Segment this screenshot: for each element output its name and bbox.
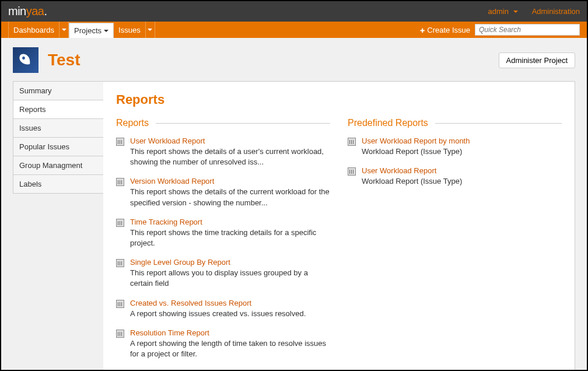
nav-label: Dashboards xyxy=(13,26,54,34)
predefined-list: User Workload Report by monthWorkload Re… xyxy=(348,136,562,187)
project-title: Test xyxy=(48,51,80,69)
report-text: User Workload Report by monthWorkload Re… xyxy=(362,136,562,157)
admin-link[interactable]: admin xyxy=(488,7,509,16)
report-item: Time Tracking ReportThis report shows th… xyxy=(116,218,330,249)
chart-icon xyxy=(348,138,356,146)
chart-icon xyxy=(348,167,356,176)
reports-column: Reports User Workload ReportThis report … xyxy=(116,118,330,371)
chevron-down-icon[interactable] xyxy=(513,10,518,13)
content: Test Administer Project SummaryReportsIs… xyxy=(1,38,587,371)
reports-list: User Workload ReportThis report shows th… xyxy=(116,136,330,371)
report-text: Version Workload ReportThis report shows… xyxy=(130,177,330,208)
nav-issues-dropdown[interactable] xyxy=(146,22,155,38)
administration-link[interactable]: Administration xyxy=(532,7,580,16)
chart-icon xyxy=(116,330,124,338)
create-issue-button[interactable]: Create Issue xyxy=(420,26,470,34)
top-right: admin Administration xyxy=(488,7,580,16)
report-item: User Workload Report by monthWorkload Re… xyxy=(348,136,562,157)
section-label: Reports xyxy=(116,118,149,128)
report-text: Time Tracking ReportThis report shows th… xyxy=(130,218,330,249)
report-description: This report shows the details of a user'… xyxy=(130,146,330,167)
report-item: Pie Chart ReportA report showing the iss… xyxy=(116,369,330,371)
predefined-column: Predefined Reports User Workload Report … xyxy=(348,118,562,371)
report-description: A report showing issues created vs. issu… xyxy=(130,309,330,319)
report-link[interactable]: Time Tracking Report xyxy=(130,218,202,226)
report-item: User Workload ReportWorkload Report (Iss… xyxy=(348,166,562,187)
create-issue-label: Create Issue xyxy=(427,26,470,34)
nav-projects[interactable]: Projects xyxy=(69,23,114,38)
report-link[interactable]: User Workload Report xyxy=(362,166,436,175)
report-description: This report allows you to display issues… xyxy=(130,268,330,289)
nav-left: Dashboards Projects Issues xyxy=(8,22,155,38)
report-text: User Workload ReportWorkload Report (Iss… xyxy=(362,166,562,187)
report-link[interactable]: Version Workload Report xyxy=(130,177,214,186)
report-link[interactable]: User Workload Report by month xyxy=(362,136,470,145)
logo-part2: yaa xyxy=(26,5,44,18)
main-columns: SummaryReportsIssuesPopular IssuesGroup … xyxy=(13,81,575,371)
report-item: User Workload ReportThis report shows th… xyxy=(116,136,330,167)
report-link[interactable]: Resolution Time Report xyxy=(130,328,209,337)
report-text: Pie Chart ReportA report showing the iss… xyxy=(130,369,330,371)
nav-label: Issues xyxy=(118,26,141,34)
divider xyxy=(523,7,527,16)
chevron-down-icon xyxy=(148,29,152,31)
report-description: Workload Report (Issue Type) xyxy=(362,146,562,157)
administer-project-button[interactable]: Administer Project xyxy=(499,52,575,68)
report-description: A report showing the length of time take… xyxy=(130,338,330,359)
plus-icon xyxy=(420,26,425,34)
nav-dashboards-dropdown[interactable] xyxy=(60,22,69,38)
section-heading-predefined: Predefined Reports xyxy=(348,118,562,128)
project-avatar[interactable] xyxy=(13,47,38,73)
report-text: User Workload ReportThis report shows th… xyxy=(130,136,330,167)
nav-dashboards[interactable]: Dashboards xyxy=(8,22,60,38)
panel-title: Reports xyxy=(116,92,562,107)
nav-bar: Dashboards Projects Issues Create Issue xyxy=(1,22,587,38)
main-panel: Reports Reports User Workload ReportThis… xyxy=(103,81,575,371)
report-columns: Reports User Workload ReportThis report … xyxy=(116,118,562,371)
chart-icon xyxy=(116,138,124,146)
nav-issues[interactable]: Issues xyxy=(114,22,146,38)
sidebar-item-reports[interactable]: Reports xyxy=(13,100,104,118)
sidebar-item-summary[interactable]: Summary xyxy=(13,81,104,100)
chart-icon xyxy=(116,300,124,308)
nav-label: Projects xyxy=(74,26,102,35)
report-text: Created vs. Resolved Issues ReportA repo… xyxy=(130,299,330,319)
sidebar-item-issues[interactable]: Issues xyxy=(13,118,104,137)
sidebar-item-group-managment[interactable]: Group Managment xyxy=(13,156,104,174)
report-link[interactable]: Pie Chart Report xyxy=(130,369,187,371)
report-description: This report shows the time tracking deta… xyxy=(130,228,330,249)
sidebar-item-labels[interactable]: Labels xyxy=(13,174,104,194)
report-item: Created vs. Resolved Issues ReportA repo… xyxy=(116,299,330,319)
project-header: Test Administer Project xyxy=(13,47,575,73)
sidebar: SummaryReportsIssuesPopular IssuesGroup … xyxy=(13,81,104,371)
report-item: Single Level Group By ReportThis report … xyxy=(116,258,330,289)
nav-right: Create Issue xyxy=(420,22,580,38)
chevron-down-icon xyxy=(62,29,66,31)
sidebar-item-popular-issues[interactable]: Popular Issues xyxy=(13,137,104,156)
report-text: Single Level Group By ReportThis report … xyxy=(130,258,330,289)
report-link[interactable]: User Workload Report xyxy=(130,136,205,145)
report-item: Resolution Time ReportA report showing t… xyxy=(116,328,330,359)
report-description: This report shows the details of the cur… xyxy=(130,187,330,208)
report-link[interactable]: Single Level Group By Report xyxy=(130,258,230,267)
search-input[interactable] xyxy=(475,24,580,36)
project-header-left: Test xyxy=(13,47,80,73)
section-label: Predefined Reports xyxy=(348,118,428,128)
logo-dot: . xyxy=(44,5,47,18)
section-heading-reports: Reports xyxy=(116,118,330,128)
divider-line xyxy=(435,123,562,124)
divider-line xyxy=(156,123,330,124)
chevron-down-icon xyxy=(104,30,108,32)
logo-part1: min xyxy=(8,5,26,18)
report-item: Version Workload ReportThis report shows… xyxy=(116,177,330,208)
rocket-icon xyxy=(13,48,38,72)
chart-icon xyxy=(116,259,124,267)
chart-icon xyxy=(116,219,124,227)
logo[interactable]: minyaa. xyxy=(8,5,47,18)
report-description: Workload Report (Issue Type) xyxy=(362,176,562,187)
report-link[interactable]: Created vs. Resolved Issues Report xyxy=(130,299,251,307)
top-bar: minyaa. admin Administration xyxy=(1,1,587,22)
chart-icon xyxy=(116,178,124,186)
report-text: Resolution Time ReportA report showing t… xyxy=(130,328,330,359)
